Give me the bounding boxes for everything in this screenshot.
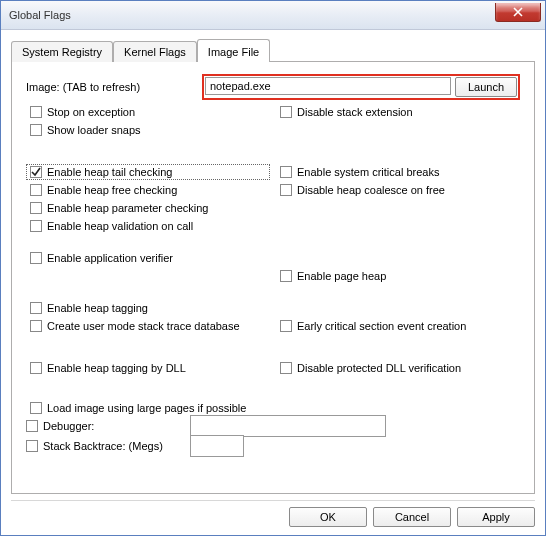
checkbox-icon bbox=[30, 252, 42, 264]
chk-early-crit-section[interactable]: Early critical section event creation bbox=[276, 318, 520, 334]
group-3-left: Enable application verifier bbox=[26, 250, 270, 284]
group-1: Stop on exception Show loader snaps Disa… bbox=[26, 104, 520, 138]
ok-button[interactable]: OK bbox=[289, 507, 367, 527]
group-4: Enable heap tagging Create user mode sta… bbox=[26, 300, 520, 334]
checkbox-icon bbox=[30, 106, 42, 118]
cancel-button[interactable]: Cancel bbox=[373, 507, 451, 527]
checkbox-icon bbox=[26, 440, 38, 452]
apply-button[interactable]: Apply bbox=[457, 507, 535, 527]
close-icon bbox=[513, 7, 523, 17]
group-2-left: Enable heap tail checking Enable heap fr… bbox=[26, 164, 270, 234]
chk-disable-protected-dll[interactable]: Disable protected DLL verification bbox=[276, 360, 520, 376]
checkbox-icon bbox=[280, 166, 292, 178]
group-1-left: Stop on exception Show loader snaps bbox=[26, 104, 270, 138]
chk-label: Enable heap free checking bbox=[47, 184, 177, 196]
group-5-left: Enable heap tagging by DLL bbox=[26, 360, 270, 376]
dialog-body: System Registry Kernel Flags Image File … bbox=[1, 30, 545, 500]
chk-enable-heap-valid[interactable]: Enable heap validation on call bbox=[26, 218, 270, 234]
tablist: System Registry Kernel Flags Image File bbox=[11, 38, 535, 61]
chk-enable-sys-critical[interactable]: Enable system critical breaks bbox=[276, 164, 520, 180]
group-5: Enable heap tagging by DLL Disable prote… bbox=[26, 360, 520, 376]
chk-label: Early critical section event creation bbox=[297, 320, 466, 332]
checkbox-icon bbox=[280, 362, 292, 374]
window: Global Flags System Registry Kernel Flag… bbox=[0, 0, 546, 536]
tab-system-registry[interactable]: System Registry bbox=[11, 41, 113, 62]
image-input[interactable] bbox=[205, 77, 451, 95]
image-row: Image: (TAB to refresh) Launch bbox=[26, 74, 520, 100]
group-2-right: Enable system critical breaks Disable he… bbox=[276, 164, 520, 234]
chk-label: Disable protected DLL verification bbox=[297, 362, 461, 374]
image-label: Image: (TAB to refresh) bbox=[26, 81, 196, 93]
chk-label: Load image using large pages if possible bbox=[47, 402, 246, 414]
chk-stop-on-exception[interactable]: Stop on exception bbox=[26, 104, 270, 120]
chk-backtrace[interactable]: Stack Backtrace: (Megs) bbox=[26, 440, 186, 452]
label-debugger: Debugger: bbox=[43, 420, 94, 432]
close-button[interactable] bbox=[495, 3, 541, 22]
checkbox-icon bbox=[30, 302, 42, 314]
chk-disable-heap-coalesce[interactable]: Disable heap coalesce on free bbox=[276, 182, 520, 198]
chk-label: Show loader snaps bbox=[47, 124, 141, 136]
checkbox-icon bbox=[280, 270, 292, 282]
chk-label: Stop on exception bbox=[47, 106, 135, 118]
footer: OK Cancel Apply bbox=[1, 501, 545, 535]
chk-label: Enable system critical breaks bbox=[297, 166, 439, 178]
chk-enable-app-verifier[interactable]: Enable application verifier bbox=[26, 250, 270, 266]
chk-show-loader-snaps[interactable]: Show loader snaps bbox=[26, 122, 270, 138]
chk-label: Enable heap tail checking bbox=[47, 166, 172, 178]
checkbox-icon bbox=[26, 420, 38, 432]
row-debugger: Debugger: bbox=[26, 416, 520, 436]
chk-label: Enable application verifier bbox=[47, 252, 173, 264]
chk-label: Enable heap validation on call bbox=[47, 220, 193, 232]
group-3: Enable application verifier Enable page … bbox=[26, 250, 520, 284]
chk-label: Enable heap tagging by DLL bbox=[47, 362, 186, 374]
group-1-right: Disable stack extension bbox=[276, 104, 520, 138]
chk-enable-heap-tag-dll[interactable]: Enable heap tagging by DLL bbox=[26, 360, 270, 376]
checkbox-icon bbox=[30, 362, 42, 374]
group-4-right: Early critical section event creation bbox=[276, 300, 520, 334]
bottom-fields: Load image using large pages if possible… bbox=[26, 400, 520, 456]
chk-enable-heap-tail[interactable]: Enable heap tail checking bbox=[26, 164, 270, 180]
chk-enable-heap-param[interactable]: Enable heap parameter checking bbox=[26, 200, 270, 216]
chk-load-large-pages[interactable]: Load image using large pages if possible bbox=[26, 400, 520, 416]
chk-create-stack-trace-db[interactable]: Create user mode stack trace database bbox=[26, 318, 270, 334]
highlight-box: Launch bbox=[202, 74, 520, 100]
tab-image-file[interactable]: Image File bbox=[197, 39, 270, 62]
group-5-right: Disable protected DLL verification bbox=[276, 360, 520, 376]
tabpanel-image-file: Image: (TAB to refresh) Launch Stop on e… bbox=[11, 61, 535, 494]
chk-label: Enable page heap bbox=[297, 270, 386, 282]
checkbox-icon bbox=[30, 166, 42, 178]
checkbox-icon bbox=[30, 220, 42, 232]
window-title: Global Flags bbox=[9, 9, 495, 21]
chk-enable-heap-free[interactable]: Enable heap free checking bbox=[26, 182, 270, 198]
chk-enable-page-heap[interactable]: Enable page heap bbox=[276, 268, 520, 284]
chk-disable-stack-extension[interactable]: Disable stack extension bbox=[276, 104, 520, 120]
chk-label: Disable heap coalesce on free bbox=[297, 184, 445, 196]
label-backtrace: Stack Backtrace: (Megs) bbox=[43, 440, 163, 452]
checkbox-icon bbox=[30, 124, 42, 136]
checkbox-icon bbox=[30, 320, 42, 332]
row-backtrace: Stack Backtrace: (Megs) bbox=[26, 436, 520, 456]
checkbox-icon bbox=[280, 106, 292, 118]
chk-debugger[interactable]: Debugger: bbox=[26, 420, 186, 432]
group-2: Enable heap tail checking Enable heap fr… bbox=[26, 164, 520, 234]
group-3-right: Enable page heap bbox=[276, 250, 520, 284]
checkbox-icon bbox=[280, 320, 292, 332]
input-debugger[interactable] bbox=[190, 415, 386, 437]
chk-label: Enable heap parameter checking bbox=[47, 202, 208, 214]
checkbox-icon bbox=[280, 184, 292, 196]
checkbox-icon bbox=[30, 402, 42, 414]
titlebar: Global Flags bbox=[1, 1, 545, 30]
chk-enable-heap-tagging[interactable]: Enable heap tagging bbox=[26, 300, 270, 316]
group-4-left: Enable heap tagging Create user mode sta… bbox=[26, 300, 270, 334]
input-backtrace[interactable] bbox=[190, 435, 244, 457]
chk-label: Create user mode stack trace database bbox=[47, 320, 240, 332]
checkbox-icon bbox=[30, 202, 42, 214]
chk-label: Enable heap tagging bbox=[47, 302, 148, 314]
launch-button[interactable]: Launch bbox=[455, 77, 517, 97]
chk-label: Disable stack extension bbox=[297, 106, 413, 118]
checkbox-icon bbox=[30, 184, 42, 196]
tab-kernel-flags[interactable]: Kernel Flags bbox=[113, 41, 197, 62]
